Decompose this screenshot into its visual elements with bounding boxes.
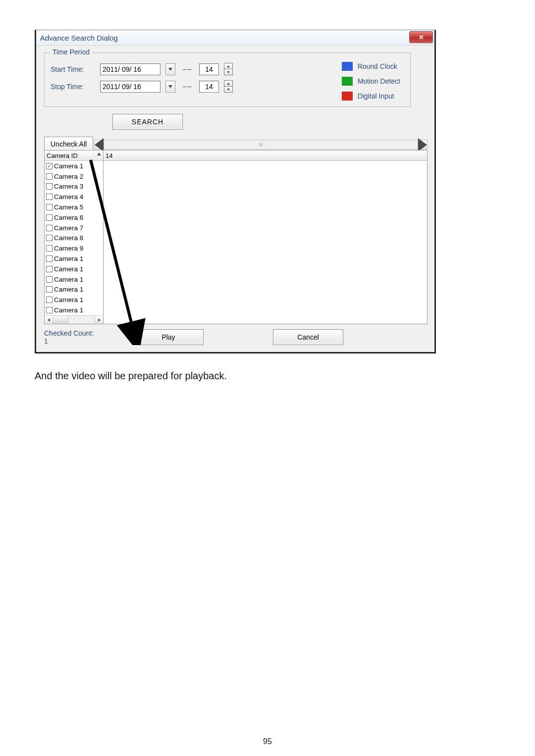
chevron-down-icon [227,89,230,91]
camera-checkbox[interactable] [46,297,53,303]
camera-checkbox[interactable] [46,235,53,241]
camera-label: Camera 2 [54,173,83,180]
camera-checkbox[interactable] [46,183,53,190]
svg-marker-1 [227,65,230,67]
checked-count: Checked Count: 1 [44,329,113,345]
camera-checkbox[interactable] [46,245,53,252]
camera-checkbox[interactable] [46,286,53,293]
camera-list-item[interactable]: Camera 5 [45,202,103,212]
uncheck-all-tab[interactable]: Uncheck All [44,137,93,150]
chevron-right-icon [98,318,101,322]
camera-list-item[interactable]: Camera 1 [45,264,103,274]
dialog-body: Time Period Start Time: 2011/ 09/ 16 ‒‒ … [36,46,434,352]
mid-row: Uncheck All III [44,137,428,150]
camera-checkbox[interactable] [46,173,53,180]
close-button[interactable]: ✕ [409,31,433,43]
camera-list-hscroll[interactable] [45,315,103,324]
legend-round-clock: Round Clock [342,62,400,71]
stop-hour-input[interactable]: 14 [199,81,219,93]
camera-label: Camera 1 [54,255,83,262]
stop-time-label: Stop Time: [51,83,95,91]
scroll-right-button[interactable] [418,140,427,149]
svg-marker-2 [227,71,230,73]
timeline-column-header[interactable]: 14 [104,151,427,161]
camera-list-item[interactable]: Camera 1 [45,274,103,285]
camera-list-item[interactable]: Camera 1 [45,161,103,171]
checked-count-value: 1 [44,337,113,345]
camera-list: Camera ID Camera 1Camera 2Camera 3Camera… [44,150,104,324]
checked-count-label: Checked Count: [44,329,113,337]
color-swatch-blue [342,62,353,71]
camera-list-item[interactable]: Camera 6 [45,212,103,223]
start-date-dropdown[interactable] [165,63,175,75]
cancel-button[interactable]: Cancel [273,329,343,345]
camera-checkbox[interactable] [46,225,53,231]
camera-list-item[interactable]: Camera 3 [45,182,103,192]
camera-list-item[interactable]: Camera 9 [45,243,103,253]
camera-list-item[interactable]: Camera 1 [45,295,103,305]
camera-list-item[interactable]: Camera 7 [45,223,103,233]
svg-marker-3 [168,85,172,88]
camera-label: Camera 6 [54,214,83,221]
camera-checkbox[interactable] [46,214,53,221]
stop-date-dropdown[interactable] [165,81,175,93]
camera-checkbox[interactable] [46,307,53,313]
time-period-fieldset: Time Period Start Time: 2011/ 09/ 16 ‒‒ … [44,52,411,107]
camera-label: Camera 1 [54,286,83,293]
camera-label: Camera 8 [54,234,83,242]
legend-motion-detect-label: Motion Detect [358,77,400,85]
camera-list-item[interactable]: Camera 4 [45,192,103,202]
camera-list-item[interactable]: Camera 8 [45,233,103,244]
separator: ‒‒ [180,82,194,91]
svg-marker-6 [95,138,104,151]
legend-motion-detect: Motion Detect [342,77,400,86]
camera-list-item[interactable]: Camera 1 [45,285,103,295]
chevron-up-icon [227,65,230,67]
search-button[interactable]: SEARCH [112,114,183,130]
camera-id-column-label: Camera ID [47,152,78,159]
chevron-down-icon [168,85,172,88]
start-hour-spinner[interactable] [224,63,233,75]
camera-id-column-header[interactable]: Camera ID [45,151,103,161]
chevron-left-icon [48,318,50,322]
svg-marker-10 [98,318,101,322]
camera-label: Camera 7 [54,224,83,232]
camera-checkbox[interactable] [46,276,53,283]
legend-round-clock-label: Round Clock [358,62,397,70]
timeline-scrollbar[interactable]: III [94,140,428,150]
advance-search-dialog: Advance Search Dialog ✕ Time Period Star… [35,30,436,353]
camera-label: Camera 5 [54,203,83,211]
chevron-down-icon [168,68,172,71]
stop-date-input[interactable]: 2011/ 09/ 16 [100,81,160,93]
camera-list-item[interactable]: Camera 1 [45,253,103,264]
camera-list-item[interactable]: Camera 1 [45,305,103,315]
svg-marker-4 [227,83,230,85]
stop-hour-spinner[interactable] [224,80,233,93]
camera-checkbox[interactable] [46,255,53,262]
svg-marker-9 [48,318,50,322]
scroll-thumb[interactable] [53,316,68,324]
scroll-left-button[interactable] [95,140,104,149]
scroll-track[interactable]: III [104,140,418,149]
start-time-label: Start Time: [51,65,95,73]
sort-asc-icon [97,152,101,155]
timeline-area: 14 [104,150,428,324]
time-period-legend: Time Period [50,48,93,56]
camera-list-item[interactable]: Camera 2 [45,171,103,182]
camera-checkbox[interactable] [46,163,53,169]
camera-label: Camera 1 [54,276,83,283]
camera-label: Camera 1 [54,162,83,170]
start-date-input[interactable]: 2011/ 09/ 16 [100,63,160,75]
scroll-right-button[interactable] [95,316,103,324]
svg-marker-0 [168,68,172,71]
camera-checkbox[interactable] [46,194,53,200]
scroll-left-button[interactable] [45,316,53,324]
play-button[interactable]: Play [133,329,204,345]
svg-marker-7 [418,138,427,151]
scroll-marker: III [259,142,263,148]
camera-checkbox[interactable] [46,266,53,272]
start-hour-input[interactable]: 14 [199,63,219,75]
legend-digital-input: Digital Input [342,92,400,101]
svg-marker-8 [97,152,101,155]
camera-checkbox[interactable] [46,204,53,210]
